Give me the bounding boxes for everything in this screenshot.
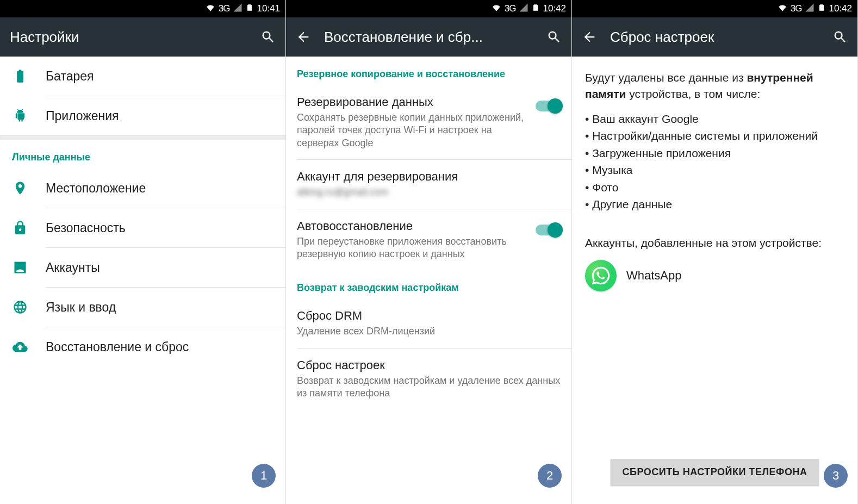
step-badge: 2 xyxy=(538,464,562,488)
toggle-auto-restore[interactable] xyxy=(536,225,561,235)
screen-factory-reset: 3G 10:42 Сброс настроек Будут удалены вс… xyxy=(572,0,858,504)
item-label: Батарея xyxy=(46,69,94,84)
screen-backup-reset: 3G 10:42 Восстановление и сбр... Резервн… xyxy=(286,0,572,504)
search-icon[interactable] xyxy=(832,29,848,45)
content-area: Батарея Приложения Личные данные Местопо… xyxy=(0,57,285,504)
signal-icon xyxy=(233,3,243,15)
item-security[interactable]: Безопасность xyxy=(0,208,285,247)
network-type: 3G xyxy=(505,3,516,14)
app-bar: Восстановление и сбр... xyxy=(286,17,571,57)
item-location[interactable]: Местоположение xyxy=(0,169,285,208)
item-backup-reset[interactable]: Восстановление и сброс xyxy=(0,327,285,366)
reset-phone-button[interactable]: СБРОСИТЬ НАСТРОЙКИ ТЕЛЕФОНА xyxy=(611,459,819,486)
status-bar: 3G 10:42 xyxy=(572,0,857,17)
pref-subtitle: Удаление всех DRM-лицензий xyxy=(297,325,561,338)
reset-warning: Будут удалены все данные из внутренней п… xyxy=(572,57,857,103)
pref-subtitle: Возврат к заводским настройкам и удалени… xyxy=(297,375,561,400)
reset-button-wrap: СБРОСИТЬ НАСТРОЙКИ ТЕЛЕФОНА xyxy=(572,459,857,486)
location-icon xyxy=(11,181,29,196)
wifi-icon xyxy=(492,3,501,15)
pref-title: Сброс настроек xyxy=(297,358,561,372)
page-title: Сброс настроек xyxy=(610,29,819,46)
pref-title: Резервирование данных xyxy=(297,95,527,109)
search-icon[interactable] xyxy=(546,29,562,45)
list-item: Загруженные приложения xyxy=(585,145,844,162)
step-badge: 1 xyxy=(252,464,276,488)
signal-icon xyxy=(805,3,815,15)
wifi-icon xyxy=(778,3,787,15)
step-badge: 3 xyxy=(824,464,848,488)
network-type: 3G xyxy=(219,3,230,14)
status-bar: 3G 10:42 xyxy=(286,0,571,17)
whatsapp-icon xyxy=(585,260,617,291)
lock-icon xyxy=(11,220,29,235)
back-icon[interactable] xyxy=(296,29,311,45)
list-item: Другие данные xyxy=(585,196,844,213)
status-bar: 3G 10:41 xyxy=(0,0,285,17)
search-icon[interactable] xyxy=(260,29,276,45)
app-bar: Настройки xyxy=(0,17,285,57)
pref-factory-reset[interactable]: Сброс настроек Возврат к заводским настр… xyxy=(286,349,571,410)
list-item: Фото xyxy=(585,179,844,196)
bullet-list: Ваш аккаунт Google Настройки/данные сист… xyxy=(572,103,857,213)
item-label: Приложения xyxy=(46,109,119,123)
signal-icon xyxy=(519,3,529,15)
globe-icon xyxy=(11,300,29,315)
pref-backup-account[interactable]: Аккаунт для резервирования alking.ru@gma… xyxy=(286,160,571,208)
section-backup: Резервное копирование и восстановление xyxy=(286,57,571,85)
item-label: Безопасность xyxy=(46,221,126,235)
app-bar: Сброс настроек xyxy=(572,17,857,57)
clock: 10:42 xyxy=(543,3,566,14)
pref-subtitle: Сохранять резервные копии данных приложе… xyxy=(297,111,527,150)
screen-settings: 3G 10:41 Настройки Батарея Приложения Ли… xyxy=(0,0,286,504)
clock: 10:41 xyxy=(257,3,280,14)
section-factory: Возврат к заводским настройкам xyxy=(286,270,571,299)
item-label: Аккаунты xyxy=(46,260,100,275)
pref-drm-reset[interactable]: Сброс DRM Удаление всех DRM-лицензий xyxy=(286,299,571,347)
accounts-label: Аккаунты, добавленные на этом устройстве… xyxy=(572,213,857,257)
content-area: Будут удалены все данные из внутренней п… xyxy=(572,57,857,504)
account-row: WhatsApp xyxy=(572,257,857,295)
item-language[interactable]: Язык и ввод xyxy=(0,288,285,327)
account-icon xyxy=(11,260,29,275)
pref-subtitle: alking.ru@gmail.com xyxy=(297,186,561,198)
pref-title: Сброс DRM xyxy=(297,309,561,323)
list-item: Музыка xyxy=(585,161,844,179)
list-item: Настройки/данные системы и приложений xyxy=(585,127,844,145)
wifi-icon xyxy=(206,3,215,15)
item-label: Восстановление и сброс xyxy=(46,340,189,354)
pref-backup-data[interactable]: Резервирование данных Сохранять резервны… xyxy=(286,85,571,159)
clock: 10:42 xyxy=(829,3,852,14)
content-area: Резервное копирование и восстановление Р… xyxy=(286,57,571,504)
battery-icon xyxy=(818,2,825,16)
page-title: Восстановление и сбр... xyxy=(324,29,533,46)
battery-icon xyxy=(11,69,29,84)
intro-post: устройства, в том числе: xyxy=(626,88,760,100)
back-icon[interactable] xyxy=(582,29,597,45)
item-apps[interactable]: Приложения xyxy=(0,96,285,135)
item-battery[interactable]: Батарея xyxy=(0,57,285,96)
account-name: WhatsApp xyxy=(626,269,682,283)
section-personal: Личные данные xyxy=(0,140,285,169)
backup-icon xyxy=(11,339,29,354)
pref-auto-restore[interactable]: Автовосстановление При переустановке при… xyxy=(286,209,571,271)
item-accounts[interactable]: Аккаунты xyxy=(0,248,285,287)
item-label: Местоположение xyxy=(46,181,146,196)
toggle-backup-data[interactable] xyxy=(536,101,561,111)
pref-subtitle: При переустановке приложения восстановит… xyxy=(297,235,527,261)
network-type: 3G xyxy=(791,3,802,14)
battery-icon xyxy=(532,2,539,16)
page-title: Настройки xyxy=(10,29,247,46)
list-item: Ваш аккаунт Google xyxy=(585,110,844,128)
android-icon xyxy=(11,108,29,123)
pref-title: Автовосстановление xyxy=(297,219,527,233)
intro-pre: Будут удалены все данные из xyxy=(585,71,747,84)
section-divider xyxy=(0,135,285,140)
pref-title: Аккаунт для резервирования xyxy=(297,170,561,184)
battery-icon xyxy=(246,2,253,16)
item-label: Язык и ввод xyxy=(46,300,116,315)
